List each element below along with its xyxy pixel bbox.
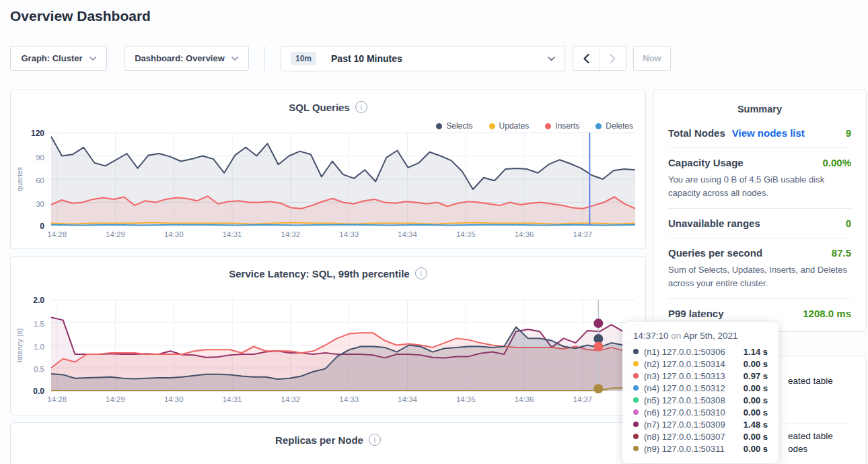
legend-item-updates[interactable]: Updates bbox=[489, 121, 530, 131]
tooltip-node-row: (n2) 127.0.0.1:503140.00 s bbox=[633, 358, 768, 370]
legend-item-deletes[interactable]: Deletes bbox=[595, 121, 633, 131]
tooltip-node-address: (n6) 127.0.0.1:50310 bbox=[644, 407, 738, 418]
legend-dot-icon bbox=[436, 123, 442, 129]
service-latency-title: Service Latency: SQL, 99th percentile bbox=[229, 268, 409, 279]
summary-row: Total NodesView nodes list9 bbox=[668, 119, 851, 148]
summary-panel: Summary Total NodesView nodes list9Capac… bbox=[653, 90, 867, 332]
legend-dot-icon bbox=[489, 123, 495, 129]
series-dot-icon bbox=[633, 446, 639, 451]
legend-dot-icon bbox=[545, 123, 551, 129]
tooltip-node-latency: 1.14 s bbox=[744, 347, 768, 357]
info-icon[interactable] bbox=[369, 434, 381, 446]
tooltip-header: 14:37:10 on Apr 5th, 2021 bbox=[633, 331, 768, 341]
now-button[interactable]: Now bbox=[633, 46, 671, 71]
time-range-badge: 10m bbox=[291, 52, 316, 65]
summary-row: Queries per second87.5Sum of Selects, Up… bbox=[668, 238, 851, 299]
x-axis-tick: 14:32 bbox=[281, 395, 300, 403]
summary-row-value: 0 bbox=[846, 218, 851, 229]
service-latency-title-row: Service Latency: SQL, 99th percentile bbox=[11, 267, 645, 279]
sql-queries-legend: SelectsUpdatesInsertsDeletes bbox=[436, 121, 633, 131]
tooltip-time: 14:37:10 bbox=[633, 331, 669, 341]
summary-row-head: P99 latency1208.0 ms bbox=[668, 308, 851, 319]
x-axis-tick: 14:36 bbox=[515, 395, 534, 403]
summary-row-label: Queries per second bbox=[668, 247, 762, 259]
chevron-right-icon bbox=[610, 54, 616, 63]
summary-row-head: Total NodesView nodes list9 bbox=[668, 127, 851, 139]
service-latency-panel: Service Latency: SQL, 99th percentile la… bbox=[10, 256, 646, 416]
chevron-down-icon bbox=[231, 57, 238, 61]
time-nav-group bbox=[573, 46, 626, 71]
tooltip-node-latency: 0.00 s bbox=[744, 383, 768, 393]
legend-item-selects[interactable]: Selects bbox=[436, 121, 472, 131]
series-dot-icon bbox=[633, 361, 639, 366]
dashboard-dropdown[interactable]: Dashboard: Overview bbox=[124, 46, 249, 71]
tooltip-node-row: (n9) 127.0.0.1:503110.00 s bbox=[633, 442, 768, 455]
tooltip-node-latency: 0.00 s bbox=[744, 395, 768, 405]
series-dot-icon bbox=[633, 397, 639, 403]
page-title: Overview Dashboard bbox=[10, 8, 151, 24]
sql-queries-title-row: SQL Queries bbox=[11, 101, 645, 113]
y-axis-label: latency (s) bbox=[15, 300, 24, 391]
x-axis-tick: 14:28 bbox=[47, 395, 67, 403]
series-dot-icon bbox=[633, 422, 639, 427]
view-nodes-list-link[interactable]: View nodes list bbox=[732, 127, 805, 139]
replicas-per-node-panel: Replicas per Node bbox=[10, 422, 646, 464]
tooltip-node-row: (n1) 127.0.0.1:503061.14 s bbox=[633, 345, 768, 358]
info-icon[interactable] bbox=[415, 267, 427, 279]
replicas-title-row: Replicas per Node bbox=[11, 434, 645, 446]
sql-queries-plot-area bbox=[51, 133, 635, 226]
y-axis-tick: 1.0 bbox=[34, 343, 44, 351]
x-axis-tick: 14:33 bbox=[339, 230, 359, 238]
event-text-fragment: odes bbox=[788, 444, 807, 454]
event-text-fragment: eated table bbox=[788, 376, 833, 386]
y-axis-tick: 120 bbox=[31, 129, 44, 138]
x-axis-tick: 14:34 bbox=[398, 395, 417, 403]
chart-tooltip: 14:37:10 on Apr 5th, 2021 (n1) 127.0.0.1… bbox=[622, 322, 779, 463]
x-axis-tick: 14:33 bbox=[339, 395, 359, 403]
x-axis-tick: 14:30 bbox=[164, 230, 184, 238]
summary-row: Unavailable ranges0 bbox=[668, 209, 851, 238]
tooltip-node-row: (n5) 127.0.0.1:503080.00 s bbox=[633, 394, 768, 406]
summary-row: Capacity Usage0.00%You are using 0 B of … bbox=[668, 148, 851, 209]
summary-row-value: 87.5 bbox=[832, 247, 851, 259]
tooltip-node-row: (n3) 127.0.0.1:503130.97 s bbox=[633, 370, 768, 382]
summary-row-description: Sum of Selects, Updates, Inserts, and De… bbox=[668, 263, 851, 290]
chevron-down-icon bbox=[548, 57, 555, 61]
x-axis-tick: 14:31 bbox=[223, 230, 242, 238]
summary-row-label: P99 latency bbox=[668, 308, 724, 319]
x-axis-tick: 14:36 bbox=[515, 230, 534, 238]
time-back-button[interactable] bbox=[573, 46, 600, 70]
x-axis-tick: 14:34 bbox=[398, 230, 417, 238]
sql-queries-chart[interactable]: queries 030609012014:2814:2914:3014:3114… bbox=[51, 133, 635, 226]
summary-row-head: Capacity Usage0.00% bbox=[668, 157, 851, 168]
x-axis-tick: 14:29 bbox=[106, 230, 125, 238]
y-axis-tick: 90 bbox=[36, 154, 44, 162]
tooltip-node-address: (n4) 127.0.0.1:50312 bbox=[644, 383, 738, 393]
tooltip-node-row: (n8) 127.0.0.1:503070.00 s bbox=[633, 430, 768, 442]
y-axis-tick: 2.0 bbox=[33, 296, 44, 305]
legend-label: Selects bbox=[446, 121, 472, 131]
time-range-label: Past 10 Minutes bbox=[331, 53, 402, 64]
legend-item-inserts[interactable]: Inserts bbox=[545, 121, 579, 131]
tooltip-date: Apr 5th, 2021 bbox=[683, 331, 737, 341]
summary-rows: Total NodesView nodes list9Capacity Usag… bbox=[668, 119, 851, 328]
tooltip-node-row: (n4) 127.0.0.1:503120.00 s bbox=[633, 382, 768, 394]
summary-title: Summary bbox=[668, 104, 851, 114]
tooltip-node-latency: 0.00 s bbox=[744, 407, 768, 418]
time-forward-button[interactable] bbox=[600, 46, 626, 70]
x-axis-tick: 14:35 bbox=[456, 230, 476, 238]
tooltip-node-latency: 0.00 s bbox=[744, 359, 768, 369]
tooltip-node-address: (n3) 127.0.0.1:50313 bbox=[644, 371, 738, 381]
tooltip-node-latency: 0.00 s bbox=[744, 432, 768, 442]
legend-label: Deletes bbox=[606, 121, 633, 131]
time-range-selector[interactable]: 10m Past 10 Minutes bbox=[281, 46, 565, 71]
service-latency-chart[interactable]: latency (s) 0.00.51.01.52.014:2814:2914:… bbox=[51, 300, 635, 391]
x-axis-tick: 14:29 bbox=[106, 395, 125, 403]
y-axis-label: queries bbox=[15, 133, 24, 226]
y-axis-tick: 0 bbox=[40, 222, 44, 231]
chevron-left-icon bbox=[583, 54, 589, 63]
info-icon[interactable] bbox=[355, 101, 367, 113]
legend-label: Inserts bbox=[555, 121, 579, 131]
tooltip-node-row: (n7) 127.0.0.1:503091.48 s bbox=[633, 418, 768, 430]
graph-scope-dropdown[interactable]: Graph: Cluster bbox=[10, 46, 107, 71]
